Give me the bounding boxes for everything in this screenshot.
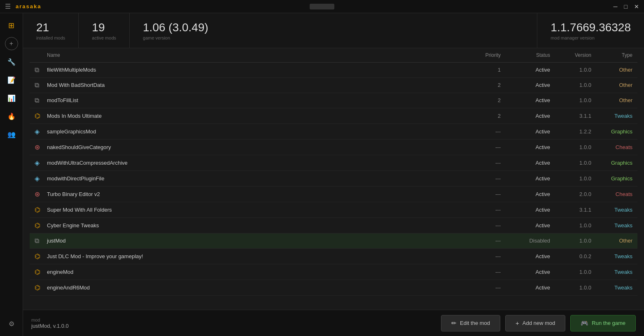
script-icon: 📝	[7, 76, 16, 84]
sidebar-item-users[interactable]: 👥	[3, 126, 20, 142]
edit-icon: ✏	[451, 320, 457, 327]
mod-name: modToFillList	[42, 93, 464, 108]
mod-icon-cell: ⌬	[30, 280, 42, 295]
mod-priority: 2	[464, 108, 506, 124]
analytics-icon: 📊	[7, 94, 16, 102]
table-row[interactable]: ⧉ justMod --- Disabled 1.0.0 Other	[30, 233, 637, 248]
table-row[interactable]: ⧉ modToFillList 2 Active 1.0.0 Other	[30, 93, 637, 108]
mod-priority: ---	[464, 233, 506, 248]
mod-icon-cell: ⌬	[30, 248, 42, 264]
mod-version: 3.1.1	[555, 108, 596, 124]
table-row[interactable]: ◈ modWithUltraCompressedArchive --- Acti…	[30, 155, 637, 170]
mod-priority: ---	[464, 155, 506, 170]
mod-type: Tweaks	[596, 202, 637, 217]
th-priority[interactable]: Priority	[464, 48, 506, 63]
mod-priority: 2	[464, 77, 506, 93]
th-status[interactable]: Status	[506, 48, 555, 63]
table-row[interactable]: ◈ modwithDirectPluginFile --- Active 1.0…	[30, 170, 637, 186]
add-mod-button[interactable]: + Add new mod	[505, 315, 565, 331]
th-type[interactable]: Type	[596, 48, 637, 63]
mod-priority: 1	[464, 62, 506, 77]
selected-mod-label: mod	[31, 317, 69, 322]
maximize-button[interactable]: □	[624, 3, 628, 10]
mod-icon-cell: ⌬	[30, 217, 42, 233]
stat-game-version: 1.06 (3.0.49) game version	[130, 13, 537, 48]
sidebar-item-dashboard[interactable]: ⊞	[3, 17, 20, 34]
sidebar-item-analytics[interactable]: 📊	[3, 90, 20, 106]
close-button[interactable]: ✕	[634, 3, 639, 10]
mod-name: Super Mod With All Folders	[42, 202, 464, 217]
main-content: 21 installed mods 19 active mods 1.06 (3…	[23, 13, 644, 336]
table-row[interactable]: ⌬ Cyber Engine Tweaks --- Active 1.0.0 T…	[30, 217, 637, 233]
game-version-label: game version	[143, 35, 524, 40]
mod-status: Active	[506, 217, 555, 233]
mod-type-icon: ⧉	[35, 66, 39, 73]
settings-icon: ⚙	[9, 320, 14, 328]
selected-mod-info: mod justMod, v.1.0.0	[31, 317, 69, 329]
mod-version: 1.0.0	[555, 170, 596, 186]
titlebar: ☰ arasaka ─ □ ✕	[0, 0, 644, 13]
window-controls: ─ □ ✕	[614, 3, 639, 10]
mod-priority: ---	[464, 202, 506, 217]
table-row[interactable]: ⌬ engineAndR6Mod --- Active 1.0.0 Tweaks	[30, 280, 637, 295]
manager-version-value: 1.1.7669.36328	[551, 21, 631, 35]
mod-icon-cell: ⧉	[30, 62, 42, 77]
table-row[interactable]: ⊛ Turbo Binary Editor v2 --- Active 2.0.…	[30, 186, 637, 202]
sidebar-item-fire[interactable]: 🔥	[3, 108, 20, 124]
mod-name: engineMod	[42, 264, 464, 280]
mod-type: Other	[596, 93, 637, 108]
add-mod-label: Add new mod	[523, 320, 555, 326]
mod-version: 1.0.0	[555, 155, 596, 170]
sidebar-item-scripts[interactable]: 📝	[3, 72, 20, 88]
mod-type-icon: ⌬	[35, 206, 40, 213]
mod-status: Active	[506, 264, 555, 280]
table-row[interactable]: ◈ sampleGraphicsMod --- Active 1.2.2 Gra…	[30, 124, 637, 139]
stat-active-mods: 19 active mods	[79, 13, 130, 48]
mod-status: Disabled	[506, 233, 555, 248]
edit-mod-button[interactable]: ✏ Edit the mod	[441, 315, 500, 331]
selected-mod-value: justMod, v.1.0.0	[31, 323, 69, 329]
mod-icon-cell: ⌬	[30, 202, 42, 217]
table-row[interactable]: ⧉ Mod With BadShortData 2 Active 1.0.0 O…	[30, 77, 637, 93]
table-row[interactable]: ⊛ nakedShouldGiveCategory --- Active 1.0…	[30, 139, 637, 155]
table-row[interactable]: ⌬ Super Mod With All Folders --- Active …	[30, 202, 637, 217]
mod-icon-cell: ⌬	[30, 264, 42, 280]
mod-name: modWithUltraCompressedArchive	[42, 155, 464, 170]
mod-status: Active	[506, 62, 555, 77]
titlebar-left: ☰ arasaka	[5, 2, 41, 10]
users-icon: 👥	[7, 131, 16, 138]
mod-version: 1.0.0	[555, 93, 596, 108]
mods-table-container[interactable]: Name Priority Status Version Type ⧉ file…	[23, 48, 644, 310]
grid-icon: ⊞	[8, 21, 14, 30]
mod-version: 1.0.0	[555, 62, 596, 77]
plus-icon: +	[9, 40, 13, 47]
table-row[interactable]: ⌬ Mods In Mods Ultimate 2 Active 3.1.1 T…	[30, 108, 637, 124]
table-row[interactable]: ⧉ fileWithMultipleMods 1 Active 1.0.0 Ot…	[30, 62, 637, 77]
titlebar-drag-area	[310, 4, 334, 9]
mod-priority: ---	[464, 248, 506, 264]
mod-status: Active	[506, 186, 555, 202]
minimize-button[interactable]: ─	[614, 3, 618, 10]
bottom-bar: mod justMod, v.1.0.0 ✏ Edit the mod + Ad…	[23, 310, 644, 336]
mod-type-icon: ⌬	[35, 284, 40, 291]
th-name[interactable]: Name	[42, 48, 464, 63]
table-row[interactable]: ⌬ Just DLC Mod - Improve your gameplay! …	[30, 248, 637, 264]
mod-type-icon: ⊛	[35, 191, 40, 198]
sidebar-item-mods[interactable]: 🔧	[3, 54, 20, 70]
mod-type: Cheats	[596, 139, 637, 155]
run-game-button[interactable]: 🎮 Run the game	[570, 315, 636, 331]
th-version[interactable]: Version	[555, 48, 596, 63]
mod-status: Active	[506, 248, 555, 264]
mod-version: 1.0.0	[555, 280, 596, 295]
installed-mods-label: installed mods	[36, 35, 65, 40]
sidebar-item-settings[interactable]: ⚙	[3, 315, 20, 332]
sidebar-item-add[interactable]: +	[5, 37, 18, 50]
table-row[interactable]: ⌬ engineMod --- Active 1.0.0 Tweaks	[30, 264, 637, 280]
mod-name: Turbo Binary Editor v2	[42, 186, 464, 202]
add-icon: +	[516, 320, 519, 327]
mod-status: Active	[506, 124, 555, 139]
manager-version-label: mod manager version	[551, 35, 631, 40]
mod-icon-cell: ◈	[30, 170, 42, 186]
mod-type: Tweaks	[596, 217, 637, 233]
hamburger-icon[interactable]: ☰	[5, 2, 11, 10]
